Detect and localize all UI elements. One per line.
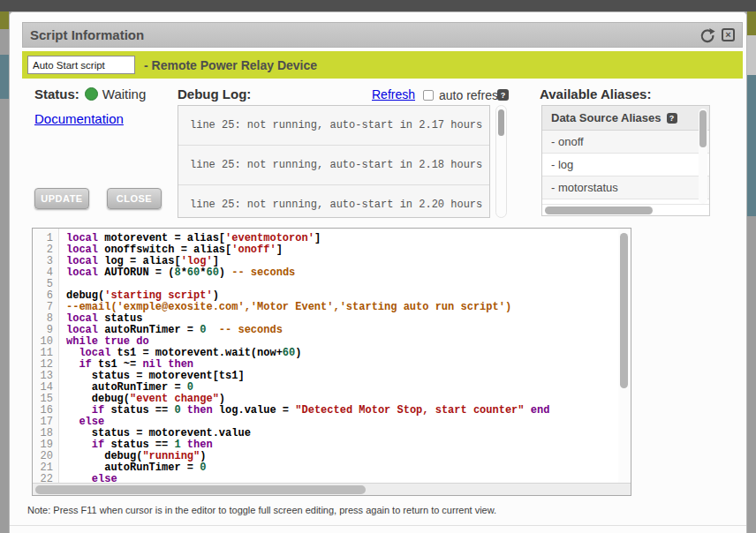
editor-horizontal-scrollbar[interactable]	[33, 483, 631, 495]
status-indicator-dot	[85, 87, 98, 101]
code-line: else	[66, 474, 549, 483]
refresh-link[interactable]: Refresh	[372, 87, 415, 101]
line-number: 1	[33, 233, 58, 244]
aliases-horizontal-scrollbar-thumb[interactable]	[545, 206, 653, 214]
available-aliases-heading: Available Aliases:	[540, 86, 651, 101]
script-header-bar: - Remote Power Relay Device	[22, 51, 743, 79]
close-icon[interactable]: ×	[722, 28, 735, 41]
aliases-panel: Data Source Aliases ? - onoff- log- moto…	[541, 105, 710, 216]
bottom-divider	[10, 525, 747, 526]
page-edge-right-green	[747, 11, 756, 35]
line-number: 5	[33, 279, 58, 290]
script-name-input[interactable]	[27, 56, 135, 74]
device-label: - Remote Power Relay Device	[144, 58, 317, 72]
script-code-editor[interactable]: 12345678910111213141516171819202122 loca…	[32, 228, 631, 496]
status-label: Status:	[34, 86, 79, 101]
page-edge-right-gray1	[747, 35, 756, 75]
debug-log-heading: Debug Log:	[178, 86, 251, 101]
alias-item: - onoff	[542, 131, 709, 154]
debug-log-panel: line 25: not running, auto-start in 2.17…	[178, 105, 490, 218]
editor-note: Note: Press F11 when cursor is in the ed…	[27, 505, 496, 515]
aliases-horizontal-scrollbar[interactable]	[542, 204, 709, 215]
status-value: Waiting	[102, 86, 146, 101]
code-line: autoRunTimer = 0	[66, 462, 549, 474]
aliases-panel-title: Data Source Aliases	[551, 111, 662, 124]
line-number: 8	[33, 313, 58, 325]
aliases-help-icon[interactable]: ?	[667, 113, 677, 124]
page-edge-left-gray2	[0, 99, 9, 533]
line-number: 22	[33, 474, 58, 483]
editor-vertical-scrollbar[interactable]	[618, 229, 630, 483]
alias-item: - log	[542, 154, 709, 176]
auto-refresh-checkbox[interactable]	[423, 90, 434, 101]
log-entry: line 25: not running, auto-start in 2.18…	[178, 146, 489, 185]
line-number: 7	[33, 302, 58, 313]
status-row: Status: Waiting	[34, 86, 146, 101]
code-view: 12345678910111213141516171819202122 loca…	[33, 229, 631, 483]
aliases-vertical-scrollbar[interactable]	[699, 109, 707, 204]
script-information-dialog: Script Information × - Remote Power Rela…	[9, 11, 747, 533]
page-edge-right-gray2	[747, 216, 756, 533]
update-button[interactable]: UPDATE	[34, 188, 89, 209]
line-number: 6	[33, 290, 58, 302]
debug-help-icon[interactable]: ?	[497, 89, 509, 101]
close-button[interactable]: CLOSE	[107, 188, 162, 209]
page-edge-left-gray1	[0, 29, 9, 55]
line-number: 2	[33, 244, 58, 256]
aliases-panel-header: Data Source Aliases ?	[542, 106, 709, 131]
dialog-titlebar: Script Information ×	[22, 22, 743, 48]
auto-refresh-label: auto refresh	[439, 88, 505, 102]
log-entry: line 25: not running, auto-start in 2.17…	[178, 106, 489, 146]
editor-horizontal-scrollbar-thumb[interactable]	[35, 485, 366, 494]
page-edge-left-teal	[0, 55, 9, 99]
code-line: local AUTORUN = (8*60*60) -- seconds	[66, 267, 549, 279]
code-lines: local motorevent = alias['eventmotoron']…	[59, 229, 549, 483]
line-number-gutter: 12345678910111213141516171819202122	[33, 229, 59, 483]
page-edge-right-teal	[747, 75, 756, 216]
aliases-vertical-scrollbar-thumb[interactable]	[699, 110, 707, 147]
documentation-link[interactable]: Documentation	[34, 111, 124, 126]
code-line: if status == 0 then log.value = "Detecte…	[66, 405, 549, 417]
dialog-title: Script Information	[30, 27, 699, 42]
debug-log-scrollbar[interactable]	[495, 105, 507, 218]
page-edge-left-green	[0, 11, 9, 29]
alias-item: - motorstatus	[542, 176, 709, 199]
debug-log-scrollbar-thumb[interactable]	[498, 109, 504, 136]
log-entry: line 25: not running, auto-start in 2.20…	[178, 185, 489, 218]
line-number: 4	[33, 267, 58, 279]
line-number: 3	[33, 256, 58, 267]
refresh-icon[interactable]	[699, 27, 715, 43]
editor-vertical-scrollbar-thumb[interactable]	[620, 233, 628, 388]
page-top-bar	[0, 0, 756, 11]
